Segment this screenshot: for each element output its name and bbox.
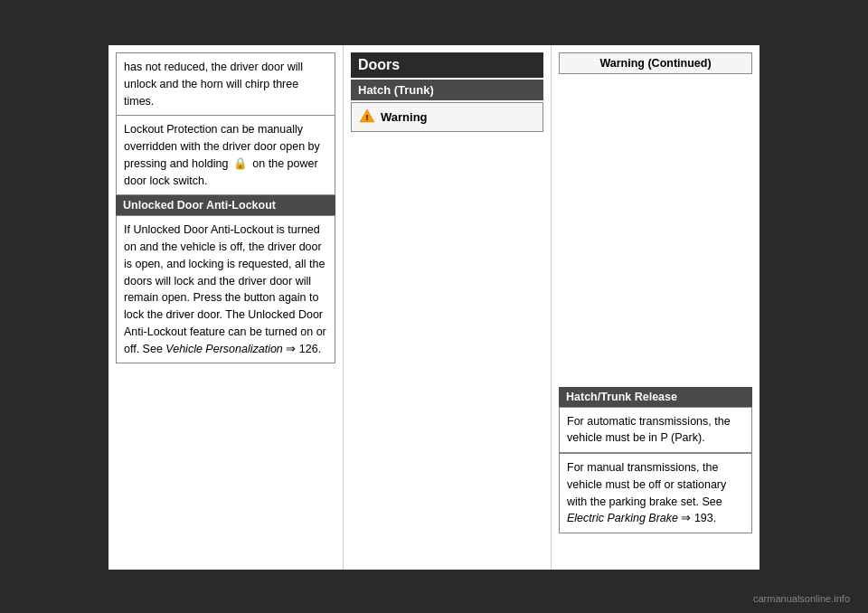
warning-box: ! Warning <box>351 102 543 132</box>
block3-italic: Vehicle Personalization <box>165 343 282 355</box>
page-container: has not reduced, the driver door will un… <box>108 45 760 570</box>
svg-text:!: ! <box>366 113 369 122</box>
warning-triangle-icon: ! <box>359 108 375 127</box>
hatch-block1: For automatic transmissions, the vehicle… <box>559 407 752 454</box>
block2: Lockout Protection can be manually overr… <box>116 116 335 195</box>
middle-column: Doors Hatch (Trunk) ! Warning <box>344 45 552 570</box>
hatch-block2: For manual transmissions, the vehicle mu… <box>559 453 752 533</box>
hatch-release-header: Hatch/Trunk Release <box>559 387 752 407</box>
block1: has not reduced, the driver door will un… <box>116 52 335 116</box>
warning-continued-text: Warning (Continued) <box>599 57 711 70</box>
block3-suffix: ⇒ 126. <box>283 343 321 355</box>
right-column: Warning (Continued) Hatch/Trunk Release … <box>552 45 760 570</box>
hatch-trunk-title: Hatch (Trunk) <box>351 80 543 100</box>
hatch-block1-text: For automatic transmissions, the vehicle… <box>567 415 731 445</box>
watermark: carmanualsonline.info <box>753 593 850 604</box>
left-column: has not reduced, the driver door will un… <box>108 45 344 570</box>
warning-continued-box: Warning (Continued) <box>559 52 752 74</box>
hatch-release-section: Hatch/Trunk Release For automatic transm… <box>559 387 752 534</box>
block1-text: has not reduced, the driver door will un… <box>124 61 303 108</box>
block3-text: If Unlocked Door Anti-Lockout is turned … <box>124 223 326 354</box>
hatch-block2-prefix: For manual transmissions, the vehicle mu… <box>567 461 726 508</box>
doors-title: Doors <box>351 52 543 78</box>
warning-label: Warning <box>381 110 428 124</box>
hatch-block2-suffix: ⇒ 193. <box>678 512 716 524</box>
block3: If Unlocked Door Anti-Lockout is turned … <box>116 215 335 363</box>
unlocked-door-header: Unlocked Door Anti-Lockout <box>116 195 335 215</box>
lock-icon: 🔒 <box>233 156 248 173</box>
hatch-block2-italic: Electric Parking Brake <box>567 512 678 524</box>
